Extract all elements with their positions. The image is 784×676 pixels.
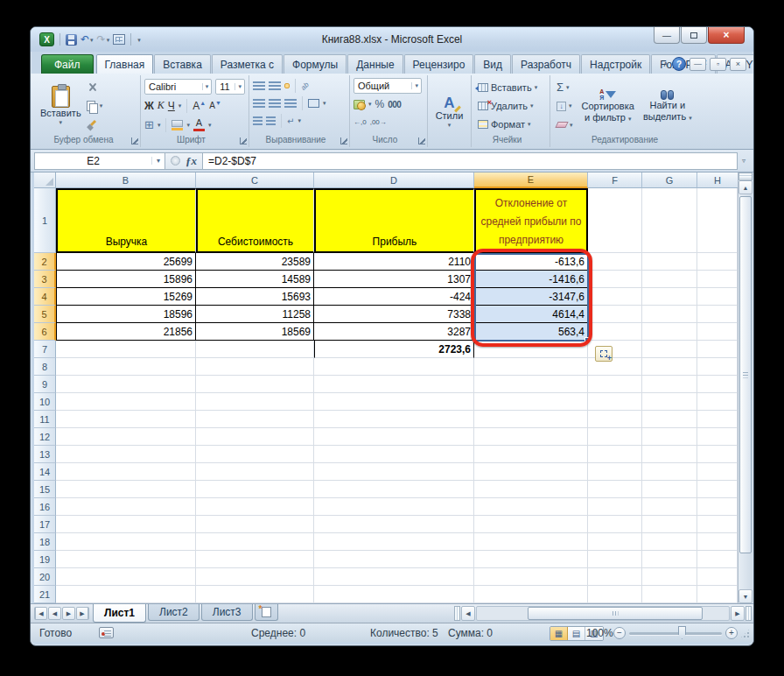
- tab-home[interactable]: Главная: [96, 54, 154, 74]
- dialog-launcher-icon[interactable]: [131, 137, 138, 144]
- align-center-button[interactable]: [269, 99, 281, 108]
- cell-B21[interactable]: [56, 586, 196, 603]
- cell-E5[interactable]: 4614,4: [474, 306, 588, 323]
- prev-sheet-button[interactable]: ◀: [48, 607, 61, 620]
- cell-D5[interactable]: 7338: [314, 306, 474, 323]
- cell-B12[interactable]: [56, 428, 196, 446]
- table-view-icon[interactable]: [113, 34, 125, 45]
- first-sheet-button[interactable]: ◀: [34, 607, 47, 620]
- cell-H15[interactable]: [697, 481, 738, 498]
- cell-E10[interactable]: [474, 393, 588, 411]
- cell-H4[interactable]: [697, 288, 738, 306]
- cell-F13[interactable]: [588, 446, 642, 463]
- cell-C10[interactable]: [196, 393, 314, 411]
- cell-F19[interactable]: [588, 551, 642, 568]
- cell-D13[interactable]: [314, 446, 474, 463]
- column-header-E[interactable]: E: [474, 173, 588, 188]
- cell-G12[interactable]: [642, 428, 697, 446]
- dialog-launcher-icon[interactable]: [340, 137, 347, 144]
- row-header-14[interactable]: 14: [34, 463, 56, 481]
- increase-indent-button[interactable]: [266, 116, 276, 125]
- name-box[interactable]: E2 ▾: [34, 152, 165, 170]
- cell-G9[interactable]: [642, 376, 697, 393]
- cell-F6[interactable]: [588, 323, 642, 341]
- tab-page-layout[interactable]: Разметка с: [212, 54, 283, 74]
- cell-G13[interactable]: [642, 446, 697, 463]
- orientation-button[interactable]: ab: [299, 81, 311, 92]
- cell-D3[interactable]: 1307: [314, 271, 474, 288]
- fill-color-button[interactable]: [172, 120, 183, 130]
- align-left-button[interactable]: [253, 99, 265, 108]
- cell-E19[interactable]: [474, 551, 588, 568]
- cell-G3[interactable]: [642, 271, 697, 288]
- collapse-ribbon-icon[interactable]: ∧: [662, 60, 668, 68]
- zoom-out-button[interactable]: −: [613, 627, 626, 639]
- copy-button[interactable]: ▾: [84, 98, 106, 115]
- tab-addins[interactable]: Надстройк: [581, 54, 650, 74]
- cell-C4[interactable]: 15693: [196, 288, 314, 306]
- cell-F12[interactable]: [588, 428, 642, 446]
- cell-F11[interactable]: [588, 411, 642, 428]
- number-format-combo[interactable]: Общий▾: [354, 78, 422, 94]
- cell-D1[interactable]: Прибыль: [314, 188, 474, 253]
- sheet-tab-list2[interactable]: Лист2: [148, 604, 200, 621]
- row-header-20[interactable]: 20: [34, 568, 56, 586]
- cell-F1[interactable]: [588, 188, 642, 253]
- borders-button[interactable]: ⊞: [144, 119, 154, 130]
- cell-D8[interactable]: [314, 358, 474, 376]
- cell-G8[interactable]: [642, 358, 697, 376]
- row-header-13[interactable]: 13: [34, 446, 56, 463]
- cell-F10[interactable]: [588, 393, 642, 411]
- vertical-scrollbar[interactable]: ▲ ▼: [738, 173, 752, 603]
- cell-C17[interactable]: [196, 516, 314, 533]
- row-header-5[interactable]: 5: [34, 306, 56, 323]
- cell-F17[interactable]: [588, 516, 642, 533]
- normal-view-button[interactable]: ▦: [550, 627, 568, 640]
- row-header-21[interactable]: 21: [34, 586, 56, 603]
- align-top-button[interactable]: [253, 81, 265, 90]
- insert-sheet-button[interactable]: [255, 604, 278, 621]
- column-header-G[interactable]: G: [642, 173, 697, 188]
- undo-button[interactable]: ↶▾: [80, 34, 94, 45]
- italic-button[interactable]: К: [158, 99, 164, 112]
- cell-H13[interactable]: [697, 446, 738, 463]
- cell-G5[interactable]: [642, 306, 697, 323]
- horizontal-scrollbar[interactable]: ◀ ▶: [454, 606, 752, 621]
- cell-B7[interactable]: [56, 341, 196, 358]
- row-header-1[interactable]: 1: [34, 188, 56, 253]
- row-header-4[interactable]: 4: [34, 288, 56, 306]
- row-header-19[interactable]: 19: [34, 551, 56, 568]
- horizontal-scroll-thumb[interactable]: [528, 607, 703, 620]
- cell-B3[interactable]: 15896: [56, 271, 196, 288]
- cell-D6[interactable]: 3287: [314, 323, 474, 341]
- cell-E11[interactable]: [474, 411, 588, 428]
- tab-view[interactable]: Вид: [474, 54, 511, 74]
- insert-function-button[interactable]: ƒx: [186, 154, 197, 168]
- cell-B5[interactable]: 18596: [56, 306, 196, 323]
- cell-C15[interactable]: [196, 481, 314, 498]
- underline-button[interactable]: Ч: [168, 100, 175, 112]
- cell-F20[interactable]: [588, 568, 642, 586]
- cell-E13[interactable]: [474, 446, 588, 463]
- cell-D4[interactable]: -424: [314, 288, 474, 306]
- scroll-down-button[interactable]: ▼: [738, 589, 752, 603]
- merge-center-button[interactable]: [308, 99, 319, 108]
- chevron-down-icon[interactable]: ▾: [151, 157, 164, 165]
- row-header-17[interactable]: 17: [34, 516, 56, 533]
- cell-G10[interactable]: [642, 393, 697, 411]
- cell-E15[interactable]: [474, 481, 588, 498]
- cell-C1[interactable]: Себистоимость: [196, 188, 314, 253]
- cell-G14[interactable]: [642, 463, 697, 481]
- vertical-scroll-thumb[interactable]: [739, 196, 752, 553]
- cell-D12[interactable]: [314, 428, 474, 446]
- fill-button[interactable]: ↓▾: [554, 98, 576, 115]
- cell-D11[interactable]: [314, 411, 474, 428]
- cell-H8[interactable]: [697, 358, 738, 376]
- row-header-8[interactable]: 8: [34, 358, 56, 376]
- sort-filter-button[interactable]: АЯ Сортировка и фильтр ▾: [579, 77, 637, 135]
- cell-F4[interactable]: [588, 288, 642, 306]
- cell-D10[interactable]: [314, 393, 474, 411]
- excel-app-icon[interactable]: X: [39, 32, 54, 46]
- row-header-7[interactable]: 7: [34, 341, 56, 358]
- workbook-restore-button[interactable]: ▫: [710, 58, 726, 71]
